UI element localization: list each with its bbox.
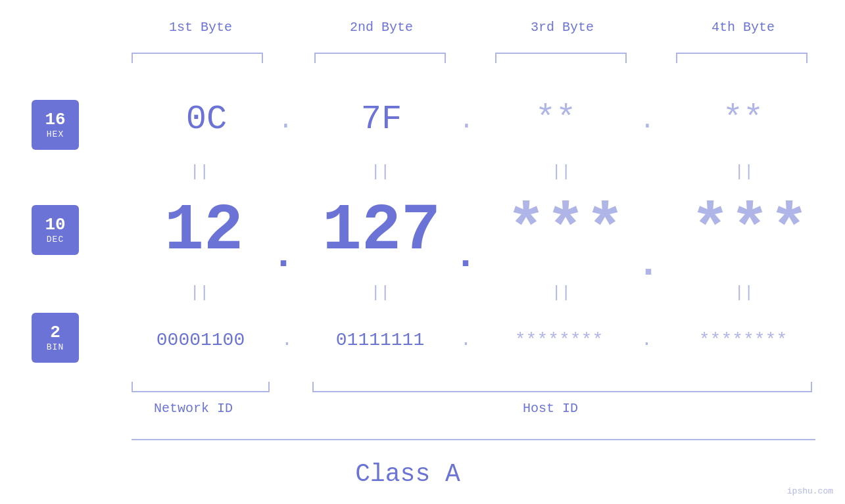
bin-badge-number: 2 [50, 323, 60, 342]
eq-hex-dec-3: || [552, 163, 571, 181]
page: 1st Byte 2nd Byte 3rd Byte 4th Byte 16 H… [0, 0, 845, 504]
hex-dot-2: . [459, 106, 474, 135]
network-id-label: Network ID [154, 401, 233, 416]
network-bracket [132, 382, 270, 392]
bin-dot-3: . [641, 330, 652, 350]
bracket-col1 [132, 53, 263, 63]
hex-val-2: 7F [329, 100, 434, 139]
host-id-label: Host ID [523, 401, 578, 416]
dec-badge: 10 DEC [32, 205, 79, 255]
eq-hex-dec-2: || [371, 163, 390, 181]
col2-header: 2nd Byte [309, 20, 454, 35]
host-bracket [312, 382, 812, 392]
dec-badge-number: 10 [45, 216, 65, 235]
col4-header: 4th Byte [671, 20, 815, 35]
dec-badge-label: DEC [47, 235, 64, 244]
dec-val-3: *** [487, 194, 644, 268]
dec-dot-2: . [454, 233, 477, 278]
bin-badge-label: BIN [47, 342, 64, 352]
bin-val-4: ******** [671, 330, 815, 350]
bin-val-2: 01111111 [308, 330, 452, 350]
hex-val-4: ** [697, 100, 789, 139]
col1-header: 1st Byte [128, 20, 273, 35]
bin-dot-1: . [281, 330, 293, 350]
bin-badge: 2 BIN [32, 313, 79, 363]
eq-hex-dec-4: || [735, 163, 754, 181]
bracket-col3 [495, 53, 627, 63]
bin-val-1: 00001100 [128, 330, 273, 350]
bracket-col2 [314, 53, 446, 63]
eq-hex-dec-1: || [190, 163, 209, 181]
eq-dec-bin-1: || [190, 284, 209, 302]
col3-header: 3rd Byte [490, 20, 635, 35]
dec-dot-3: . [637, 242, 660, 286]
bottom-line [132, 439, 815, 440]
dec-dot-1: . [272, 233, 295, 278]
bracket-col4 [676, 53, 808, 63]
dec-val-4: *** [677, 194, 822, 268]
dec-val-1: 12 [132, 194, 276, 268]
hex-dot-1: . [278, 106, 293, 135]
hex-badge-label: HEX [47, 129, 64, 139]
class-label: Class A [0, 460, 815, 488]
hex-badge: 16 HEX [32, 100, 79, 150]
bin-val-3: ******** [487, 330, 631, 350]
dec-val-2: 127 [309, 194, 454, 268]
watermark: ipshu.com [787, 486, 833, 496]
hex-val-1: 0C [147, 100, 266, 139]
hex-val-3: ** [510, 100, 602, 139]
hex-dot-3: . [640, 106, 655, 135]
bin-dot-2: . [460, 330, 471, 350]
eq-dec-bin-3: || [552, 284, 571, 302]
hex-badge-number: 16 [45, 110, 65, 129]
eq-dec-bin-4: || [735, 284, 754, 302]
eq-dec-bin-2: || [371, 284, 390, 302]
